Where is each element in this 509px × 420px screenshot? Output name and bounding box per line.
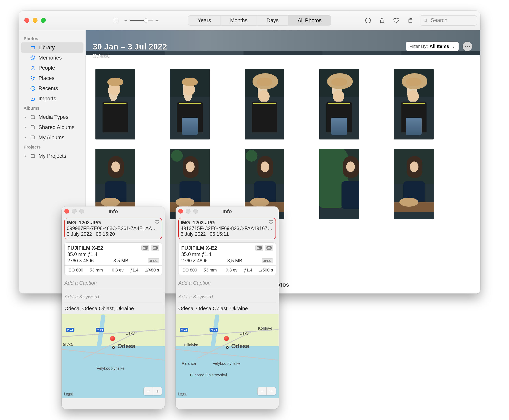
toolbar-actions <box>364 17 414 24</box>
sidebar-section-projects: Projects <box>21 142 83 151</box>
photo-thumbnail[interactable] <box>96 69 135 140</box>
filter-label: Filter By: <box>409 44 428 49</box>
iso-value: ISO 800 <box>181 268 197 273</box>
search-placeholder: Search <box>431 17 448 23</box>
file-uuid: 4913715F-C2E0-4F69-823C-FAA1916745B… <box>181 225 273 231</box>
sidebar-item-label: Library <box>38 45 55 51</box>
histogram-badge <box>265 245 273 251</box>
caption-field[interactable]: Add a Caption <box>64 279 162 289</box>
minimize-panel-button[interactable] <box>186 209 191 214</box>
share-button[interactable] <box>379 17 386 24</box>
aperture-value: ƒ1.4 <box>130 268 139 273</box>
window-controls <box>19 18 51 23</box>
sidebar-item-people[interactable]: People <box>21 63 83 73</box>
svg-rect-21 <box>31 126 34 126</box>
keyword-field[interactable]: Add a Keyword <box>178 292 276 303</box>
info-button[interactable] <box>364 17 372 24</box>
svg-rect-20 <box>31 126 35 129</box>
zoom-panel-button[interactable] <box>79 209 84 214</box>
file-header-box: IMG_1203.JPG 4913715F-C2E0-4F69-823C-FAA… <box>178 218 276 239</box>
close-panel-button[interactable] <box>64 209 69 214</box>
close-panel-button[interactable] <box>178 209 183 214</box>
photo-thumbnail[interactable] <box>319 149 359 219</box>
minimize-panel-button[interactable] <box>72 209 77 214</box>
favorite-toggle[interactable] <box>155 219 160 226</box>
map-place-label: Lisky <box>126 331 135 336</box>
sidebar-item-label: My Projects <box>38 153 66 159</box>
map-zoom-in[interactable]: + <box>153 387 162 395</box>
map-zoom-out[interactable]: − <box>144 387 153 395</box>
raw-badge: WB <box>141 245 149 251</box>
photo-thumbnail[interactable] <box>245 69 284 140</box>
sidebar-item-memories[interactable]: Memories <box>21 53 83 63</box>
map-place-label: Kobleve <box>258 326 272 331</box>
segment-months[interactable]: Months <box>221 15 257 25</box>
photo-thumbnail[interactable] <box>319 69 359 140</box>
sidebar-item-label: People <box>38 65 55 71</box>
sidebar-item-shared-albums[interactable]: › Shared Albums <box>21 122 83 132</box>
chevron-right-icon: › <box>23 153 27 158</box>
zoom-window-button[interactable] <box>41 18 46 23</box>
chevron-right-icon: › <box>23 125 27 130</box>
photo-thumbnail[interactable] <box>394 149 434 219</box>
lens-spec: 35.0 mm ƒ1.4 <box>67 251 159 257</box>
file-header-box: IMG_1202.JPG 099987FE-7E08-468C-B261-7A4… <box>64 218 162 239</box>
search-field[interactable]: Search <box>420 15 477 26</box>
file-size: 3,5 MB <box>101 258 141 263</box>
rotate-button[interactable] <box>407 17 414 24</box>
date-range-title: 30 Jan – 3 Jul 2022 <box>93 42 167 52</box>
zoom-out-icon: − <box>124 17 127 23</box>
segment-all-photos[interactable]: All Photos <box>288 15 331 25</box>
svg-rect-0 <box>114 19 118 22</box>
image-dimensions: 2760 × 4896 <box>181 258 207 263</box>
map-legal-link[interactable]: Legal <box>64 392 73 396</box>
svg-point-5 <box>368 19 368 19</box>
sidebar-item-recents[interactable]: Recents <box>21 83 83 93</box>
map-zoom-out[interactable]: − <box>258 387 267 395</box>
aspect-ratio-button[interactable] <box>112 16 120 24</box>
map-zoom-control: − + <box>258 387 276 395</box>
file-uuid: 099987FE-7E08-468C-B261-7A4E1AAEFA… <box>67 225 160 231</box>
location-subtitle: Odesa <box>93 53 167 59</box>
caption-field[interactable]: Add a Caption <box>178 279 276 289</box>
sidebar-item-library[interactable]: Library <box>21 42 83 53</box>
map-place-label: aiivka <box>63 342 73 346</box>
keyword-field[interactable]: Add a Keyword <box>64 292 162 303</box>
map-pin <box>110 336 115 341</box>
sidebar-item-label: Memories <box>38 55 62 61</box>
location-map[interactable]: M-16 M-05 Odesa Lisky Biliaivka Velykodo… <box>176 314 279 398</box>
map-zoom-in[interactable]: + <box>267 387 276 395</box>
favorite-button[interactable] <box>393 17 400 24</box>
sidebar-item-media-types[interactable]: › Media Types <box>21 112 83 122</box>
segment-days[interactable]: Days <box>257 15 288 25</box>
city-marker <box>226 346 229 349</box>
photo-thumbnail[interactable] <box>170 69 210 140</box>
close-window-button[interactable] <box>24 18 29 23</box>
thumbnail-size-slider[interactable]: − + <box>124 17 159 23</box>
location-field[interactable]: Odesa, Odesa Oblast, Ukraine <box>178 303 276 314</box>
iso-value: ISO 800 <box>67 268 83 273</box>
svg-line-9 <box>426 21 428 22</box>
svg-point-14 <box>32 66 34 68</box>
focal-length: 53 mm <box>90 268 103 273</box>
location-field[interactable]: Odesa, Odesa Oblast, Ukraine <box>64 303 162 314</box>
aperture-value: ƒ1.4 <box>244 268 252 273</box>
segment-years[interactable]: Years <box>188 15 221 25</box>
toolbar: − + Years Months Days All Photos Search <box>19 11 480 30</box>
sidebar-item-my-projects[interactable]: › My Projects <box>21 151 83 161</box>
photo-thumbnail[interactable] <box>394 69 434 140</box>
minimize-window-button[interactable] <box>33 18 37 23</box>
map-legal-link[interactable]: Legal <box>178 392 187 396</box>
favorite-toggle[interactable] <box>268 219 273 226</box>
file-size: 3,5 MB <box>215 258 255 263</box>
location-map[interactable]: M-16 M-05 Odesa Lisky aiivka Velykodolyn… <box>62 314 165 398</box>
sidebar-item-my-albums[interactable]: › My Albums <box>21 132 83 142</box>
sidebar-item-places[interactable]: Places <box>21 73 83 83</box>
more-options-button[interactable]: ⋯ <box>463 42 472 51</box>
filter-value: All Items <box>429 44 449 49</box>
svg-rect-24 <box>31 155 35 158</box>
svg-point-31 <box>155 247 157 249</box>
filter-by-menu[interactable]: Filter By: All Items ⌄ <box>406 42 459 51</box>
sidebar-item-imports[interactable]: Imports <box>21 93 83 104</box>
zoom-panel-button[interactable] <box>193 209 198 214</box>
